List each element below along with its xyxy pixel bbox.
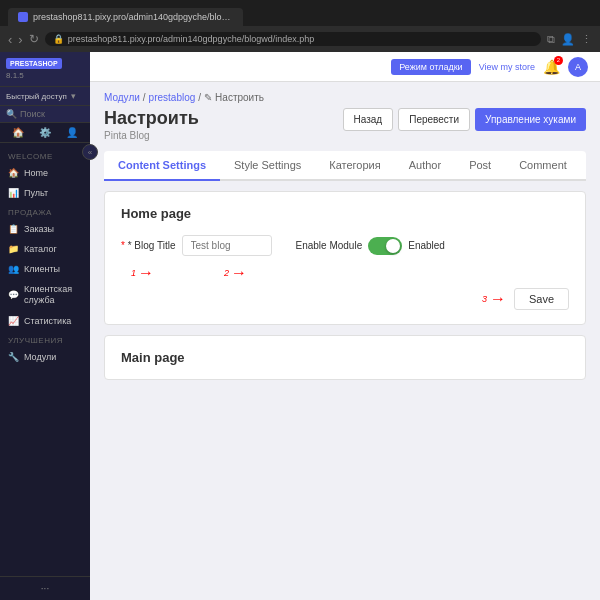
content-area: Режим отладки View my store 🔔 2 A Модули… bbox=[90, 52, 600, 600]
home-quick-icon[interactable]: 🏠 bbox=[12, 127, 24, 138]
sidebar-item-modules[interactable]: 🔧 Модули bbox=[0, 347, 90, 367]
home-page-card-title: Home page bbox=[121, 206, 569, 221]
annotation-1-number: 1 bbox=[131, 268, 136, 278]
sidebar-section-sales: ПРОДАЖА bbox=[0, 203, 90, 219]
breadcrumb-configure: Настроить bbox=[215, 92, 264, 103]
sidebar-item-clients[interactable]: 👥 Клиенты bbox=[0, 259, 90, 279]
sidebar-logo: PRESTASHOP 8.1.5 bbox=[0, 52, 90, 87]
dashboard-icon: 📊 bbox=[8, 188, 19, 198]
sidebar-item-dashboard[interactable]: 📊 Пульт bbox=[0, 183, 90, 203]
extensions-icon[interactable]: ⧉ bbox=[547, 33, 555, 46]
form-main-row: * * Blog Title Enable Module Enabled bbox=[121, 235, 569, 256]
top-bar-actions: Режим отладки View my store 🔔 2 A bbox=[391, 57, 588, 77]
annotation-2-arrow: → bbox=[231, 264, 247, 282]
tabs-bar: Content Settings Style Settings Категори… bbox=[104, 151, 586, 181]
annotation-2: 2 → bbox=[224, 264, 247, 282]
page-content: Модули / prestablog / ✎ Настроить Настро… bbox=[90, 82, 600, 600]
lock-icon: 🔒 bbox=[53, 34, 64, 44]
user-quick-icon[interactable]: 👤 bbox=[66, 127, 78, 138]
sidebar-bottom-icon[interactable]: ··· bbox=[41, 583, 49, 594]
breadcrumb-modules[interactable]: Модули bbox=[104, 92, 140, 103]
toggle-status-label: Enabled bbox=[408, 240, 445, 251]
settings-quick-icon[interactable]: ⚙️ bbox=[39, 127, 51, 138]
sidebar-bottom: ··· bbox=[0, 576, 90, 600]
blog-title-input[interactable] bbox=[182, 235, 272, 256]
save-button[interactable]: Save bbox=[514, 288, 569, 310]
tab-label: prestashop811.pixy.pro/admin140gdpgyche/… bbox=[33, 12, 233, 22]
breadcrumb-sep-1: / bbox=[143, 92, 146, 103]
stats-icon: 📈 bbox=[8, 316, 19, 326]
sidebar-item-stats[interactable]: 📈 Статистика bbox=[0, 311, 90, 331]
save-row: 3 → Save bbox=[121, 288, 569, 310]
logo-version: 8.1.5 bbox=[6, 71, 24, 80]
page-title: Настроить bbox=[104, 108, 199, 129]
annotation-3-number: 3 bbox=[482, 294, 487, 304]
sidebar-item-catalog[interactable]: 📁 Каталог bbox=[0, 239, 90, 259]
sidebar-nav: WELCOME 🏠 Home 📊 Пульт ПРОДАЖА 📋 Заказы … bbox=[0, 143, 90, 576]
sidebar-item-home[interactable]: 🏠 Home bbox=[0, 163, 90, 183]
toggle-knob bbox=[386, 239, 400, 253]
tab-content-settings[interactable]: Content Settings bbox=[104, 151, 220, 181]
sidebar-item-support[interactable]: 💬 Клиентская служба bbox=[0, 279, 90, 311]
annotation-1: 1 → bbox=[131, 264, 154, 282]
sidebar-section-improve: УЛУЧШЕНИЯ bbox=[0, 331, 90, 347]
tab-author[interactable]: Author bbox=[395, 151, 455, 181]
tab-comment[interactable]: Comment bbox=[505, 151, 581, 181]
debug-mode-btn[interactable]: Режим отладки bbox=[391, 59, 470, 75]
view-store-link[interactable]: View my store bbox=[479, 62, 535, 72]
collapse-icon: « bbox=[88, 148, 92, 157]
logo-box: PRESTASHOP bbox=[6, 58, 62, 69]
sidebar-collapse-btn[interactable]: « bbox=[82, 144, 98, 160]
orders-icon: 📋 bbox=[8, 224, 19, 234]
home-page-card: Home page * * Blog Title Enable Module bbox=[104, 191, 586, 325]
sidebar-search-input[interactable] bbox=[20, 109, 84, 119]
user-avatar[interactable]: A bbox=[568, 57, 588, 77]
app-wrapper: PRESTASHOP 8.1.5 Быстрый доступ ▾ 🔍 🏠 ⚙️… bbox=[0, 52, 600, 600]
sidebar-section-welcome: WELCOME bbox=[0, 147, 90, 163]
blog-title-label: * * Blog Title bbox=[121, 240, 176, 251]
annotations-row: 1 → 2 → bbox=[121, 264, 569, 282]
browser-address-bar-row: ‹ › ↻ 🔒 prestashop811.pixy.pro/admin140g… bbox=[0, 26, 600, 52]
toggle-switch[interactable] bbox=[368, 237, 402, 255]
translate-button[interactable]: Перевести bbox=[398, 108, 470, 131]
tab-post[interactable]: Post bbox=[455, 151, 505, 181]
support-icon: 💬 bbox=[8, 290, 19, 300]
annotation-2-number: 2 bbox=[224, 268, 229, 278]
quick-access-dropdown-icon: ▾ bbox=[71, 91, 76, 101]
page-title-block: Настроить Pinta Blog bbox=[104, 108, 199, 141]
breadcrumb: Модули / prestablog / ✎ Настроить bbox=[104, 92, 586, 103]
sidebar-search-bar: 🔍 bbox=[0, 106, 90, 123]
forward-nav-btn[interactable]: › bbox=[18, 32, 22, 47]
clients-icon: 👥 bbox=[8, 264, 19, 274]
active-browser-tab[interactable]: prestashop811.pixy.pro/admin140gdpgyche/… bbox=[8, 8, 243, 26]
breadcrumb-prestablog[interactable]: prestablog bbox=[149, 92, 196, 103]
back-button[interactable]: Назад bbox=[343, 108, 394, 131]
page-header-actions: Назад Перевести Управление хуками bbox=[343, 108, 586, 131]
breadcrumb-icon: ✎ bbox=[204, 92, 212, 103]
profile-icon[interactable]: 👤 bbox=[561, 33, 575, 46]
browser-action-icons: ⧉ 👤 ⋮ bbox=[547, 33, 592, 46]
enable-module-group: Enable Module Enabled bbox=[296, 237, 445, 255]
refresh-nav-btn[interactable]: ↻ bbox=[29, 32, 39, 46]
annotation-3: 3 → bbox=[482, 290, 506, 308]
top-bar: Режим отладки View my store 🔔 2 A bbox=[90, 52, 600, 82]
page-header: Настроить Pinta Blog Назад Перевести Упр… bbox=[104, 108, 586, 141]
quick-access-label: Быстрый доступ bbox=[6, 92, 67, 101]
tab-style-settings[interactable]: Style Settings bbox=[220, 151, 315, 181]
manage-hooks-button[interactable]: Управление хуками bbox=[475, 108, 586, 131]
notification-bell[interactable]: 🔔 2 bbox=[543, 59, 560, 75]
enable-module-label: Enable Module bbox=[296, 240, 363, 251]
main-page-card-title: Main page bbox=[121, 350, 569, 365]
tab-favicon bbox=[18, 12, 28, 22]
sidebar-icon-bar: 🏠 ⚙️ 👤 bbox=[0, 123, 90, 143]
tab-category[interactable]: Категория bbox=[315, 151, 394, 181]
menu-icon[interactable]: ⋮ bbox=[581, 33, 592, 46]
back-nav-btn[interactable]: ‹ bbox=[8, 32, 12, 47]
modules-icon: 🔧 bbox=[8, 352, 19, 362]
breadcrumb-sep-2: / bbox=[198, 92, 201, 103]
address-bar[interactable]: 🔒 prestashop811.pixy.pro/admin140gdpgych… bbox=[45, 32, 541, 46]
address-text: prestashop811.pixy.pro/admin140gdpgyche/… bbox=[68, 34, 315, 44]
page-subtitle: Pinta Blog bbox=[104, 130, 199, 141]
sidebar-item-orders[interactable]: 📋 Заказы bbox=[0, 219, 90, 239]
browser-chrome: prestashop811.pixy.pro/admin140gdpgyche/… bbox=[0, 0, 600, 52]
